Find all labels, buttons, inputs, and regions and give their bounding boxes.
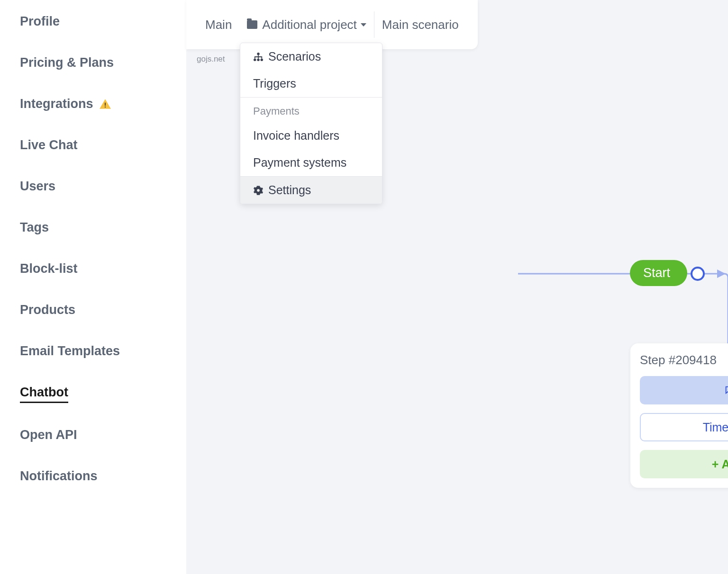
step-title: Step #209418 xyxy=(640,353,717,368)
sidebar-item-blocklist[interactable]: Block-list xyxy=(20,261,186,276)
dropdown-label: Settings xyxy=(268,183,311,197)
start-node-label: Start xyxy=(643,266,670,280)
start-node[interactable]: Start xyxy=(630,260,687,286)
step-timeout-label: Timeout in 24 hr xyxy=(703,421,728,434)
sidebar-item-users[interactable]: Users xyxy=(20,179,186,194)
sidebar-item-profile[interactable]: Profile xyxy=(20,14,186,29)
dropdown-item-triggers[interactable]: Triggers xyxy=(240,70,382,97)
dropdown-label: Scenarios xyxy=(268,50,321,63)
dropdown-label: Triggers xyxy=(253,77,296,90)
svg-rect-1 xyxy=(104,106,105,107)
sidebar-item-label: Live Chat xyxy=(20,138,78,152)
breadcrumb-scenario[interactable]: Main scenario xyxy=(374,0,466,49)
dropdown-item-payment-systems[interactable]: Payment systems xyxy=(240,149,382,176)
sitemap-icon xyxy=(253,52,264,62)
warning-icon xyxy=(99,98,111,110)
sidebar-item-label: Chatbot xyxy=(20,385,68,400)
sidebar-item-label: Tags xyxy=(20,220,49,235)
gear-icon xyxy=(253,185,264,196)
step-start-slot[interactable]: /start xyxy=(640,376,728,404)
sidebar-item-integrations[interactable]: Integrations xyxy=(20,97,186,111)
sidebar-item-email-templates[interactable]: Email Templates xyxy=(20,344,186,359)
breadcrumb-main[interactable]: Main xyxy=(198,0,239,49)
start-node-port[interactable] xyxy=(691,267,705,281)
chevron-down-icon xyxy=(361,23,366,27)
svg-rect-0 xyxy=(104,102,105,106)
step-add-block[interactable]: + Add block xyxy=(640,450,728,478)
svg-point-3 xyxy=(254,58,256,61)
breadcrumb: Main Additional project Main scenario xyxy=(186,0,478,49)
step-card[interactable]: Step #209418 /start Timeout in 24 hr + +… xyxy=(630,343,728,488)
sidebar-item-chatbot[interactable]: Chatbot xyxy=(20,385,68,403)
step-add-label: + Add block xyxy=(712,457,728,471)
step-timeout-slot[interactable]: Timeout in 24 hr + xyxy=(640,413,728,441)
dropdown-label: Payment systems xyxy=(253,156,346,170)
sidebar-item-products[interactable]: Products xyxy=(20,303,186,317)
sidebar-item-label: Products xyxy=(20,303,75,317)
sidebar-item-label: Email Templates xyxy=(20,344,120,359)
svg-point-4 xyxy=(257,58,259,61)
folder-icon xyxy=(247,20,257,29)
sidebar-item-notifications[interactable]: Notifications xyxy=(20,469,186,484)
breadcrumb-scenario-label: Main scenario xyxy=(382,18,459,32)
canvas[interactable]: gojs.net Start Step #209418 /start xyxy=(186,0,728,574)
sidebar-item-label: Pricing & Plans xyxy=(20,55,114,70)
project-dropdown-menu: Scenarios Triggers Payments Invoice hand… xyxy=(240,43,382,204)
sidebar-item-label: Open API xyxy=(20,428,77,442)
sidebar-item-label: Profile xyxy=(20,14,60,29)
breadcrumb-project-label: Additional project xyxy=(262,18,356,32)
sidebar-item-tags[interactable]: Tags xyxy=(20,220,186,235)
sidebar-item-label: Integrations xyxy=(20,97,93,111)
dropdown-item-invoice-handlers[interactable]: Invoice handlers xyxy=(240,122,382,149)
sidebar-item-label: Block-list xyxy=(20,261,78,276)
sidebar: Profile Pricing & Plans Integrations Liv… xyxy=(0,0,186,574)
sidebar-item-label: Users xyxy=(20,179,55,194)
dropdown-item-scenarios[interactable]: Scenarios xyxy=(240,43,382,70)
dropdown-label: Invoice handlers xyxy=(253,129,339,143)
sidebar-item-livechat[interactable]: Live Chat xyxy=(20,138,186,152)
svg-point-6 xyxy=(257,189,260,192)
dropdown-item-settings[interactable]: Settings xyxy=(240,177,382,204)
sidebar-item-pricing[interactable]: Pricing & Plans xyxy=(20,55,186,70)
svg-point-5 xyxy=(261,58,263,61)
step-header: Step #209418 xyxy=(640,353,728,368)
breadcrumb-main-label: Main xyxy=(205,18,232,32)
sidebar-item-openapi[interactable]: Open API xyxy=(20,428,186,442)
sidebar-item-label: Notifications xyxy=(20,469,98,484)
message-in-icon xyxy=(724,385,728,395)
breadcrumb-project-dropdown[interactable]: Additional project xyxy=(239,0,373,49)
dropdown-header-payments: Payments xyxy=(240,98,382,122)
watermark: gojs.net xyxy=(197,54,225,64)
svg-point-2 xyxy=(257,52,259,54)
